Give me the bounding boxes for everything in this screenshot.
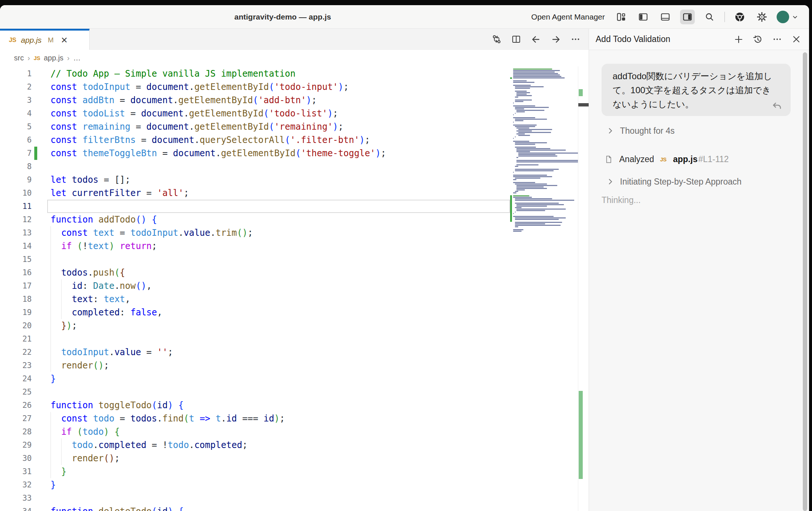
line-number[interactable]: 5	[0, 120, 32, 133]
line-number[interactable]: 18	[0, 293, 32, 306]
agent-manager-layout-icon[interactable]	[614, 10, 628, 24]
code-line[interactable]: 17 id: Date.now(),	[0, 279, 510, 293]
code-line[interactable]: 23 render();	[0, 359, 510, 372]
close-panel-icon[interactable]	[791, 34, 802, 45]
editor-scrollbar-thumb[interactable]	[578, 103, 589, 106]
line-number[interactable]: 10	[0, 186, 32, 200]
code-line[interactable]: 8	[0, 160, 510, 173]
close-tab-icon[interactable]: ✕	[61, 36, 68, 45]
line-number[interactable]: 31	[0, 465, 32, 478]
history-icon[interactable]	[752, 34, 763, 45]
line-number[interactable]: 4	[0, 107, 32, 120]
code-line[interactable]: 2const todoInput = document.getElementBy…	[0, 80, 510, 94]
line-number[interactable]: 16	[0, 266, 32, 279]
line-number[interactable]: 2	[0, 80, 32, 94]
gear-icon[interactable]	[755, 10, 769, 24]
line-number[interactable]: 32	[0, 478, 32, 491]
code-line[interactable]: 28 if (todo) {	[0, 425, 510, 438]
code-line[interactable]: 26function toggleTodo(id) {	[0, 399, 510, 412]
line-number[interactable]: 7	[0, 147, 32, 160]
line-number[interactable]: 9	[0, 173, 32, 186]
panel-more-icon[interactable]	[771, 34, 783, 45]
tab-app-js[interactable]: JS app.js M ✕	[0, 29, 90, 50]
code-line[interactable]: 1// Todo App – Simple vanilla JS impleme…	[0, 67, 510, 80]
line-number[interactable]: 14	[0, 239, 32, 253]
breadcrumb-item-more[interactable]: …	[73, 54, 81, 62]
split-editor-icon[interactable]	[511, 34, 521, 44]
chrome-browser-icon[interactable]	[732, 10, 747, 24]
step-row[interactable]: Initiating Step-by-Step Approach	[607, 175, 742, 188]
line-number[interactable]: 29	[0, 438, 32, 452]
line-number[interactable]: 22	[0, 346, 32, 359]
panel-scrollbar[interactable]	[803, 52, 807, 511]
code-line[interactable]: 19 completed: false,	[0, 306, 510, 319]
code-line[interactable]: 13 const text = todoInput.value.trim();	[0, 226, 510, 239]
line-number[interactable]: 30	[0, 452, 32, 465]
line-number[interactable]: 23	[0, 359, 32, 372]
code-line[interactable]: 15	[0, 253, 510, 266]
line-number[interactable]: 26	[0, 399, 32, 412]
line-number[interactable]: 6	[0, 133, 32, 147]
toggle-left-panel-icon[interactable]	[636, 10, 651, 24]
code-line[interactable]: 4const todoList = document.getElementByI…	[0, 107, 510, 120]
line-number[interactable]: 25	[0, 385, 32, 399]
more-actions-icon[interactable]	[571, 34, 581, 44]
code-line[interactable]: 11	[0, 200, 510, 213]
code-line[interactable]: 27 const todo = todos.find(t => t.id ===…	[0, 412, 510, 425]
code-line[interactable]: 3const addBtn = document.getElementById(…	[0, 94, 510, 107]
back-arrow-icon[interactable]	[531, 34, 541, 45]
code-line[interactable]: 29 todo.completed = !todo.completed;	[0, 438, 510, 452]
line-number[interactable]: 15	[0, 253, 32, 266]
code-line[interactable]: 33	[0, 491, 510, 505]
code-line[interactable]: 16 todos.push({	[0, 266, 510, 279]
minimap[interactable]	[510, 66, 578, 511]
line-number[interactable]: 3	[0, 94, 32, 107]
code-line[interactable]: 32}	[0, 478, 510, 491]
overview-ruler-scrollbar[interactable]	[578, 66, 589, 511]
analyzed-row[interactable]: Analyzed JS app.js #L1-112	[604, 153, 729, 165]
new-conversation-plus-icon[interactable]	[733, 34, 744, 45]
code-line[interactable]: 21	[0, 332, 510, 346]
line-number[interactable]: 21	[0, 332, 32, 346]
line-number[interactable]: 27	[0, 412, 32, 425]
toggle-bottom-panel-icon[interactable]	[658, 10, 673, 24]
line-number[interactable]: 1	[0, 67, 32, 80]
code-editor[interactable]: 1// Todo App – Simple vanilla JS impleme…	[0, 66, 589, 511]
line-number[interactable]: 28	[0, 425, 32, 438]
code-line[interactable]: 9let todos = [];	[0, 173, 510, 186]
code-line[interactable]: 7const themeToggleBtn = document.getElem…	[0, 147, 510, 160]
avatar[interactable]	[777, 11, 789, 23]
line-number[interactable]: 13	[0, 226, 32, 239]
line-number[interactable]: 11	[0, 200, 32, 213]
thought-row[interactable]: Thought for 4s	[607, 125, 675, 137]
toggle-right-panel-icon[interactable]	[680, 10, 695, 24]
code-line[interactable]: 14 if (!text) return;	[0, 239, 510, 253]
line-number[interactable]: 8	[0, 160, 32, 173]
line-number[interactable]: 34	[0, 505, 32, 511]
code-line[interactable]: 10let currentFilter = 'all';	[0, 186, 510, 200]
line-number[interactable]: 19	[0, 306, 32, 319]
line-number[interactable]: 20	[0, 319, 32, 332]
code-line[interactable]: 18 text: text,	[0, 293, 510, 306]
code-line[interactable]: 22 todoInput.value = '';	[0, 346, 510, 359]
undo-icon[interactable]	[771, 101, 783, 112]
code-line[interactable]: 20 });	[0, 319, 510, 332]
line-number[interactable]: 12	[0, 213, 32, 226]
line-number[interactable]: 33	[0, 491, 32, 505]
account-menu[interactable]	[777, 11, 799, 23]
code-line[interactable]: 25	[0, 385, 510, 399]
line-number[interactable]: 17	[0, 279, 32, 293]
code-line[interactable]: 6const filterBtns = document.querySelect…	[0, 133, 510, 147]
line-number[interactable]: 24	[0, 372, 32, 385]
code-line[interactable]: 24}	[0, 372, 510, 385]
code-line[interactable]: 34function deleteTodo(id) {	[0, 505, 510, 511]
code-line[interactable]: 12function addTodo() {	[0, 213, 510, 226]
code-line[interactable]: 5const remaining = document.getElementBy…	[0, 120, 510, 133]
breadcrumb-item-src[interactable]: src	[14, 54, 24, 62]
forward-arrow-icon[interactable]	[551, 34, 561, 45]
code-line[interactable]: 31 }	[0, 465, 510, 478]
search-icon[interactable]	[702, 10, 717, 24]
code-line[interactable]: 30 render();	[0, 452, 510, 465]
breadcrumb-item-file[interactable]: app.js	[44, 54, 63, 62]
open-agent-manager-button[interactable]: Open Agent Manager	[531, 13, 605, 21]
